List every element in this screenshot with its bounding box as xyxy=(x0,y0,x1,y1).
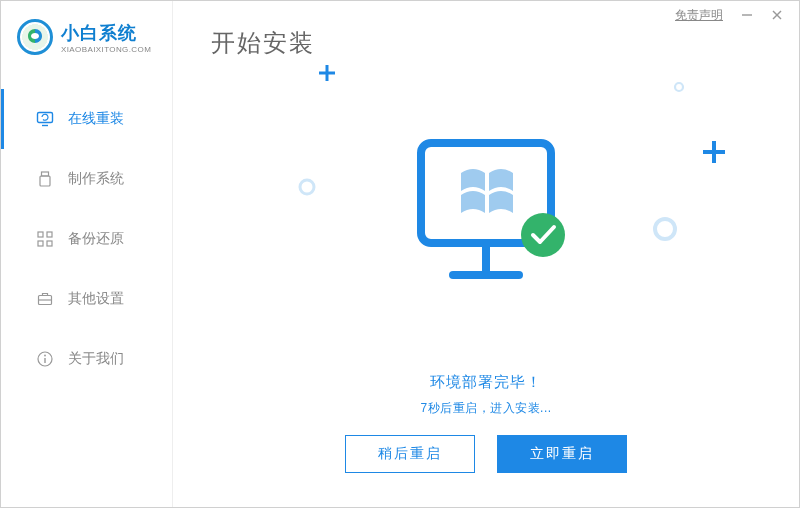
close-button[interactable] xyxy=(765,3,789,27)
plus-icon xyxy=(701,139,727,165)
circle-outline-icon xyxy=(673,81,685,93)
monitor-refresh-icon xyxy=(36,110,54,128)
titlebar: 免责声明 xyxy=(675,1,799,29)
restart-now-button[interactable]: 立即重启 xyxy=(497,435,627,473)
monitor-success-icon xyxy=(391,123,581,313)
svg-rect-9 xyxy=(38,241,43,246)
plus-icon xyxy=(317,63,337,83)
nav-label: 关于我们 xyxy=(68,350,124,368)
svg-rect-7 xyxy=(38,232,43,237)
logo: 小白系统 XIAOBAIXITONG.COM xyxy=(1,19,172,65)
svg-rect-6 xyxy=(40,176,50,186)
svg-point-26 xyxy=(521,213,565,257)
restart-later-button[interactable]: 稍后重启 xyxy=(345,435,475,473)
nav: 在线重装 制作系统 备份还原 其他设置 关于我们 xyxy=(1,89,172,389)
logo-title: 小白系统 xyxy=(61,21,151,45)
svg-point-18 xyxy=(300,180,314,194)
nav-label: 在线重装 xyxy=(68,110,124,128)
minimize-button[interactable] xyxy=(735,3,759,27)
usb-icon xyxy=(36,170,54,188)
briefcase-icon xyxy=(36,290,54,308)
grid-icon xyxy=(36,230,54,248)
logo-icon xyxy=(17,19,53,55)
nav-online-reinstall[interactable]: 在线重装 xyxy=(1,89,172,149)
nav-other-settings[interactable]: 其他设置 xyxy=(1,269,172,329)
svg-rect-8 xyxy=(47,232,52,237)
circle-outline-icon xyxy=(651,215,679,243)
nav-label: 其他设置 xyxy=(68,290,124,308)
svg-point-14 xyxy=(44,355,46,357)
circle-outline-icon xyxy=(297,177,317,197)
nav-make-system[interactable]: 制作系统 xyxy=(1,149,172,209)
svg-rect-10 xyxy=(47,241,52,246)
page-title: 开始安装 xyxy=(211,27,763,59)
nav-label: 制作系统 xyxy=(68,170,124,188)
sidebar: 小白系统 XIAOBAIXITONG.COM 在线重装 制作系统 备份还原 其他… xyxy=(1,1,173,507)
button-row: 稍后重启 立即重启 xyxy=(209,435,763,473)
svg-point-19 xyxy=(675,83,683,91)
status-countdown: 7秒后重启，进入安装... xyxy=(209,400,763,417)
svg-point-22 xyxy=(655,219,675,239)
status-block: 环境部署完毕！ 7秒后重启，进入安装... xyxy=(209,373,763,417)
nav-label: 备份还原 xyxy=(68,230,124,248)
app-window: 免责声明 小白系统 XIAOBAIXITONG.COM 在线重装 xyxy=(0,0,800,508)
main-content: 开始安装 xyxy=(173,1,799,507)
nav-backup-restore[interactable]: 备份还原 xyxy=(1,209,172,269)
svg-rect-5 xyxy=(42,172,49,176)
info-icon xyxy=(36,350,54,368)
disclaimer-link[interactable]: 免责声明 xyxy=(675,7,723,24)
nav-about-us[interactable]: 关于我们 xyxy=(1,329,172,389)
logo-subtitle: XIAOBAIXITONG.COM xyxy=(61,45,151,54)
illustration xyxy=(209,59,763,377)
